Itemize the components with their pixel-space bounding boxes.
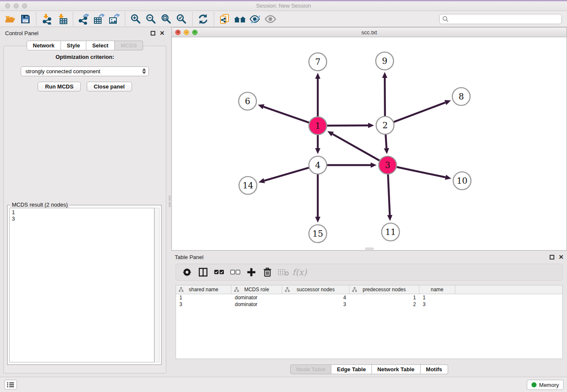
export-image-icon [109, 14, 120, 25]
control-panel-title: Control Panel [2, 30, 39, 36]
home-view-button[interactable] [232, 12, 248, 26]
graph-edge-2-9[interactable] [385, 78, 385, 116]
zoom-fit-icon [161, 14, 172, 25]
network-graph: 1234678910111415 [172, 37, 567, 250]
add-entry-button[interactable] [245, 266, 258, 279]
hide-selected-button[interactable] [248, 12, 263, 26]
graph-edge-4-14[interactable] [264, 168, 308, 181]
network-minimize-button[interactable]: − [184, 30, 189, 35]
refresh-icon [198, 14, 209, 25]
optimization-criterion-label: Optimization criterion: [4, 54, 166, 60]
refresh-layout-button[interactable] [195, 12, 211, 26]
memory-status-icon [531, 382, 537, 387]
network-canvas[interactable]: 1234678910111415 [172, 37, 567, 250]
mcds-result-group: MCDS result (2 nodes) 1 3 [7, 205, 162, 365]
tab-node-table[interactable]: Node Table [290, 364, 331, 374]
splitter-grip[interactable] [169, 202, 171, 207]
export-image-button[interactable] [107, 12, 122, 26]
float-table-panel-icon[interactable] [550, 255, 554, 259]
graph-edge-1-6[interactable] [264, 107, 309, 123]
graph-node-label-4: 4 [315, 160, 321, 170]
graph-edge-2-8[interactable] [394, 102, 446, 122]
memory-button[interactable]: Memory [527, 380, 564, 390]
panel-splitter[interactable] [168, 27, 171, 377]
task-history-button[interactable] [4, 380, 17, 389]
zoom-in-button[interactable] [128, 12, 143, 26]
eye-icon [264, 14, 276, 24]
trash-icon [263, 268, 272, 277]
graph-edge-3-10[interactable] [397, 167, 446, 177]
tab-network-table[interactable]: Network Table [372, 364, 421, 374]
graph-edge-2-3[interactable] [385, 135, 386, 148]
tab-network[interactable]: Network [27, 41, 61, 50]
table-cell[interactable]: 4 [282, 294, 350, 301]
close-panel-button[interactable]: Close panel [87, 82, 132, 91]
search-input[interactable] [449, 15, 561, 23]
tab-mcds[interactable]: MCDS [115, 41, 143, 50]
graph-edge-arrowhead [444, 100, 451, 105]
table-cell[interactable]: 3 [176, 301, 231, 308]
tab-motifs[interactable]: Motifs [421, 364, 448, 374]
export-network-button[interactable] [76, 12, 91, 26]
table-settings-button[interactable] [180, 266, 194, 279]
search-field[interactable] [439, 14, 562, 24]
splitter-grip[interactable] [169, 196, 171, 201]
graph-edge-arrowhead [384, 148, 389, 154]
column-header-predecessor-nodes[interactable]: predecessor nodes [350, 285, 419, 294]
table-cell[interactable]: 3 [282, 301, 350, 308]
close-panel-icon[interactable]: ✕ [160, 30, 165, 36]
table-cell[interactable]: 1 [419, 294, 455, 301]
gear-icon [182, 268, 192, 277]
table-cell[interactable]: 1 [350, 294, 419, 301]
save-session-button[interactable] [18, 12, 33, 26]
import-table-button[interactable] [55, 12, 70, 26]
close-table-panel-icon[interactable]: ✕ [559, 254, 564, 260]
graph-edge-1-2[interactable] [327, 125, 368, 126]
table-row[interactable]: 1dominator411 [176, 294, 562, 301]
canvas-resize-handle[interactable] [365, 248, 374, 250]
zoom-fit-button[interactable] [159, 12, 174, 26]
run-mcds-button[interactable]: Run MCDS [38, 82, 80, 91]
column-header-shared-name[interactable]: shared name [176, 285, 231, 294]
export-table-icon [94, 14, 105, 25]
open-session-button[interactable] [3, 12, 18, 26]
zoom-selected-button[interactable] [174, 12, 189, 26]
export-table-button[interactable] [91, 12, 107, 26]
table-cell[interactable]: 3 [419, 301, 455, 308]
graph-edge-3-1[interactable] [333, 134, 380, 161]
delete-entry-button[interactable] [261, 266, 274, 279]
criterion-select[interactable]: strongly connected component [21, 66, 149, 76]
deselect-all-button[interactable] [228, 266, 242, 279]
column-header-MCDS-role[interactable]: MCDS role [231, 285, 282, 294]
network-maximize-button[interactable]: + [192, 30, 198, 35]
table-cell[interactable]: dominator [231, 301, 282, 308]
column-header-name[interactable]: name [419, 285, 455, 294]
graph-node-label-7: 7 [315, 57, 321, 67]
clone-network-button[interactable] [217, 12, 232, 26]
select-all-button[interactable] [212, 266, 226, 279]
network-close-button[interactable]: ✕ [175, 30, 181, 35]
mcds-result-title: MCDS result (2 nodes) [10, 202, 69, 208]
table-row[interactable]: 3dominator323 [176, 301, 562, 308]
float-panel-icon[interactable] [151, 31, 155, 36]
tab-edge-table[interactable]: Edge Table [331, 364, 372, 374]
split-view-button[interactable] [196, 266, 210, 279]
zoom-out-button[interactable] [143, 12, 159, 26]
column-header-successor-nodes[interactable]: successor nodes [282, 285, 350, 294]
status-bar: Memory [0, 377, 567, 392]
import-network-button[interactable] [39, 12, 55, 26]
table-cell[interactable]: 2 [350, 301, 419, 308]
graph-edge-3-11[interactable] [388, 174, 390, 215]
tab-select[interactable]: Select [86, 41, 115, 50]
open-folder-icon [5, 14, 16, 24]
delete-table-button [277, 266, 290, 279]
result-scrollbar[interactable] [154, 208, 160, 362]
tab-style[interactable]: Style [61, 41, 86, 50]
export-network-icon [78, 14, 89, 25]
mcds-result-text[interactable]: 1 3 [9, 208, 154, 362]
network-window-titlebar[interactable]: scc.txt ✕ − + [172, 28, 567, 37]
table-cell[interactable]: dominator [231, 294, 282, 301]
show-all-button[interactable] [263, 12, 278, 26]
clone-network-icon [219, 14, 230, 25]
table-cell[interactable]: 1 [176, 294, 231, 301]
